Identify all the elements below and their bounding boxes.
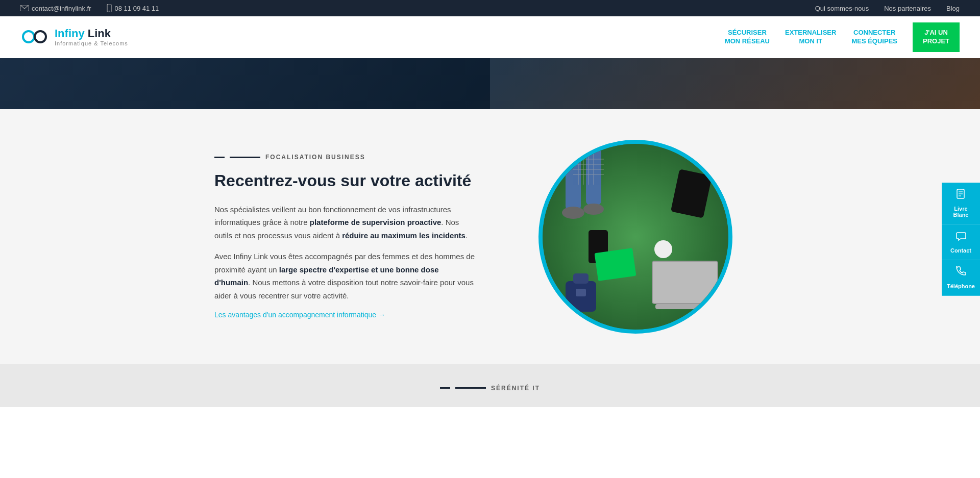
- livre-blanc-icon: [955, 189, 967, 203]
- section-title-1: Recentrez-vous sur votre activité: [214, 171, 475, 190]
- brand-name: Infiny Link: [55, 27, 128, 40]
- cta-project-button[interactable]: J'AI UN PROJET: [913, 22, 960, 52]
- brand-infiny: Infiny: [55, 27, 85, 40]
- phone-contact[interactable]: 08 11 09 41 11: [107, 4, 159, 12]
- laptop-prop: [652, 261, 718, 304]
- section-body-1: Nos spécialistes veillent au bon fonctio…: [214, 203, 475, 242]
- bottom-category: SÉRÉNITÉ IT: [491, 385, 540, 392]
- logo-text: Infiny Link Informatique & Telecoms: [55, 27, 128, 47]
- hero-overlay: [490, 58, 980, 109]
- circle-image: [538, 140, 732, 334]
- content-section-1: FOCALISATION BUSINESS Recentrez-vous sur…: [184, 140, 796, 334]
- svg-point-3: [23, 31, 34, 42]
- email-address: contact@infinylink.fr: [32, 5, 91, 12]
- image-block-1: [505, 140, 766, 334]
- float-contact-button[interactable]: Contact: [942, 224, 980, 260]
- floating-sidebar: Livre Blanc Contact Téléphone: [942, 183, 980, 296]
- nav-externaliser[interactable]: EXTERNALISER MON IT: [785, 29, 836, 46]
- email-icon: [20, 5, 29, 11]
- telephone-icon: [955, 266, 967, 280]
- hero-banner: [0, 58, 980, 109]
- nav-securiser[interactable]: SÉCURISER MON RÉSEAU: [725, 29, 770, 46]
- round-object-prop: [654, 240, 672, 258]
- tablet-prop: [671, 169, 712, 218]
- float-livre-blanc-button[interactable]: Livre Blanc: [942, 183, 980, 224]
- nav-about[interactable]: Qui sommes-nous: [815, 5, 869, 12]
- phone-number: 08 11 09 41 11: [115, 5, 159, 12]
- logo-area[interactable]: Infiny Link Informatique & Telecoms: [20, 26, 128, 48]
- svg-point-7: [562, 207, 584, 219]
- float-telephone-button[interactable]: Téléphone: [942, 260, 980, 296]
- label-dash-short: [214, 157, 225, 158]
- nav-area: SÉCURISER MON RÉSEAU EXTERNALISER MON IT…: [725, 22, 960, 52]
- grass-scene: [543, 144, 728, 330]
- float-livre-blanc-label: Livre Blanc: [946, 206, 976, 218]
- section-category: FOCALISATION BUSINESS: [265, 154, 365, 161]
- contact-icon: [955, 231, 967, 244]
- phone-icon-small: [107, 4, 112, 12]
- svg-rect-19: [576, 289, 586, 296]
- bottom-label: SÉRÉNITÉ IT: [0, 385, 980, 392]
- svg-point-4: [35, 31, 46, 42]
- grid-prop: [573, 154, 604, 185]
- float-telephone-label: Téléphone: [947, 283, 975, 289]
- header: Infiny Link Informatique & Telecoms SÉCU…: [0, 16, 980, 58]
- top-bar-right: Qui sommes-nous Nos partenaires Blog: [815, 5, 960, 12]
- brand-subtitle: Informatique & Telecoms: [55, 40, 128, 47]
- section-link-1[interactable]: Les avantages d'un accompagnement inform…: [214, 311, 385, 319]
- bottom-dash-short: [440, 387, 450, 389]
- brand-link: Link: [88, 27, 111, 40]
- label-line-long: [230, 157, 260, 158]
- top-bar-left: contact@infinylink.fr 08 11 09 41 11: [20, 4, 159, 12]
- float-contact-label: Contact: [950, 247, 971, 254]
- bag-prop: [563, 273, 599, 314]
- svg-point-8: [583, 204, 604, 215]
- nav-blog[interactable]: Blog: [946, 5, 960, 12]
- svg-rect-18: [573, 273, 589, 284]
- top-bar: contact@infinylink.fr 08 11 09 41 11 Qui…: [0, 0, 980, 16]
- email-contact[interactable]: contact@infinylink.fr: [20, 5, 91, 12]
- section-body-2: Avec Infiny Link vous êtes accompagnés p…: [214, 250, 475, 302]
- bottom-section: SÉRÉNITÉ IT: [0, 364, 980, 407]
- svg-rect-2: [108, 11, 110, 12]
- text-block-1: FOCALISATION BUSINESS Recentrez-vous sur…: [214, 154, 475, 319]
- nav-connecter[interactable]: CONNECTER MES ÉQUIPES: [851, 29, 897, 46]
- logo-icon: [20, 26, 48, 48]
- nav-partners[interactable]: Nos partenaires: [884, 5, 931, 12]
- notebook-prop: [595, 248, 636, 281]
- bottom-line-long: [455, 387, 486, 389]
- main-content: FOCALISATION BUSINESS Recentrez-vous sur…: [0, 109, 980, 364]
- section-label-1: FOCALISATION BUSINESS: [214, 154, 475, 161]
- laptop-base: [655, 304, 715, 309]
